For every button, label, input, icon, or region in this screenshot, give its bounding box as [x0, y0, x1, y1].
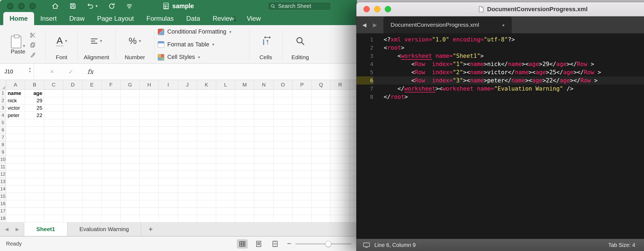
cell-P10[interactable] — [293, 156, 312, 163]
cell-styles-button[interactable]: Cell Styles ▾ — [158, 54, 248, 61]
cell-D16[interactable] — [63, 200, 82, 208]
cell-F12[interactable] — [102, 171, 121, 178]
cell-N14[interactable] — [254, 186, 273, 193]
undo-icon[interactable]: ▾ — [87, 2, 98, 10]
cell-Q3[interactable] — [312, 104, 331, 112]
cell-A4[interactable]: peter — [6, 112, 25, 119]
cell-N12[interactable] — [254, 171, 273, 178]
cell-B10[interactable] — [25, 156, 44, 163]
cell-E9[interactable] — [82, 149, 102, 156]
cell-G9[interactable] — [121, 149, 140, 156]
cell-H11[interactable] — [140, 163, 159, 171]
cell-J16[interactable] — [178, 200, 197, 208]
page-layout-view-button[interactable] — [253, 239, 264, 249]
cell-A13[interactable] — [6, 178, 25, 186]
cell-F17[interactable] — [102, 208, 121, 215]
cells-group[interactable]: ▾ Cells — [251, 26, 281, 63]
cell-D4[interactable] — [63, 112, 82, 119]
cell-E14[interactable] — [82, 186, 102, 193]
cell-D5[interactable] — [63, 119, 82, 127]
cell-D9[interactable] — [63, 149, 82, 156]
cell-B17[interactable] — [25, 208, 44, 215]
code-line-4[interactable]: 4 <Row index="1"><name>nick</name><age>2… — [356, 60, 644, 68]
cell-J3[interactable] — [178, 104, 197, 112]
cell-D13[interactable] — [63, 178, 82, 186]
cell-G8[interactable] — [121, 141, 140, 149]
cell-I7[interactable] — [159, 134, 178, 141]
row-header-6[interactable]: 6 — [0, 127, 6, 134]
cell-D12[interactable] — [63, 171, 82, 178]
cell-G3[interactable] — [121, 104, 140, 112]
cell-L14[interactable] — [216, 186, 235, 193]
row-header-11[interactable]: 11 — [0, 163, 6, 171]
cell-C7[interactable] — [44, 134, 63, 141]
cell-E15[interactable] — [82, 193, 102, 200]
cell-N1[interactable] — [254, 90, 273, 97]
cell-N18[interactable] — [254, 215, 273, 222]
cell-I8[interactable] — [159, 141, 178, 149]
tab-size-text[interactable]: Tab Size: 4 — [608, 242, 635, 248]
confirm-entry-icon[interactable]: ✓ — [68, 68, 74, 76]
cell-Q5[interactable] — [312, 119, 331, 127]
cell-A1[interactable]: name — [6, 90, 25, 97]
cell-N2[interactable] — [254, 97, 273, 104]
cell-R6[interactable] — [331, 127, 350, 134]
cell-H15[interactable] — [140, 193, 159, 200]
cell-B16[interactable] — [25, 200, 44, 208]
column-header-S[interactable]: S — [350, 80, 357, 90]
cell-A14[interactable] — [6, 186, 25, 193]
column-header-F[interactable]: F — [102, 80, 121, 90]
cell-M16[interactable] — [235, 200, 254, 208]
cell-B13[interactable] — [25, 178, 44, 186]
format-as-table-button[interactable]: Format as Table ▾ — [158, 41, 248, 48]
cell-B14[interactable] — [25, 186, 44, 193]
cell-O13[interactable] — [273, 178, 293, 186]
cell-Q1[interactable] — [312, 90, 331, 97]
cell-styles-caret-icon[interactable]: ▾ — [198, 55, 200, 60]
cell-F15[interactable] — [102, 193, 121, 200]
cell-D1[interactable] — [63, 90, 82, 97]
cell-B3[interactable]: 25 — [25, 104, 44, 112]
cell-H5[interactable] — [140, 119, 159, 127]
cell-B6[interactable] — [25, 127, 44, 134]
ribbon-tab-home[interactable]: Home — [3, 12, 34, 25]
sheet-tab-sheet1[interactable]: Sheet1 — [24, 222, 67, 236]
cell-C14[interactable] — [44, 186, 63, 193]
cell-E4[interactable] — [82, 112, 102, 119]
cell-C4[interactable] — [44, 112, 63, 119]
column-header-G[interactable]: G — [121, 80, 140, 90]
normal-view-button[interactable] — [237, 239, 248, 249]
share-person-icon[interactable] — [231, 15, 238, 22]
cell-A15[interactable] — [6, 193, 25, 200]
cell-H4[interactable] — [140, 112, 159, 119]
cell-O18[interactable] — [273, 215, 293, 222]
cell-S1[interactable] — [350, 90, 357, 97]
cell-P8[interactable] — [293, 141, 312, 149]
cell-E3[interactable] — [82, 104, 102, 112]
redo-icon[interactable] — [108, 2, 115, 10]
cell-Q7[interactable] — [312, 134, 331, 141]
cell-I2[interactable] — [159, 97, 178, 104]
cell-P9[interactable] — [293, 149, 312, 156]
cell-O7[interactable] — [273, 134, 293, 141]
cell-J15[interactable] — [178, 193, 197, 200]
cell-M6[interactable] — [235, 127, 254, 134]
cell-B8[interactable] — [25, 141, 44, 149]
cell-R4[interactable] — [331, 112, 350, 119]
cell-I10[interactable] — [159, 156, 178, 163]
cell-D7[interactable] — [63, 134, 82, 141]
close-window-button[interactable] — [7, 3, 13, 9]
cell-G6[interactable] — [121, 127, 140, 134]
cell-F10[interactable] — [102, 156, 121, 163]
zoom-window-button[interactable] — [29, 3, 36, 9]
cell-G2[interactable] — [121, 97, 140, 104]
cell-N9[interactable] — [254, 149, 273, 156]
cell-J7[interactable] — [178, 134, 197, 141]
column-header-R[interactable]: R — [331, 80, 350, 90]
cell-S10[interactable] — [350, 156, 357, 163]
cell-G11[interactable] — [121, 163, 140, 171]
cell-M3[interactable] — [235, 104, 254, 112]
cell-H17[interactable] — [140, 208, 159, 215]
cell-R18[interactable] — [331, 215, 350, 222]
cell-E1[interactable] — [82, 90, 102, 97]
